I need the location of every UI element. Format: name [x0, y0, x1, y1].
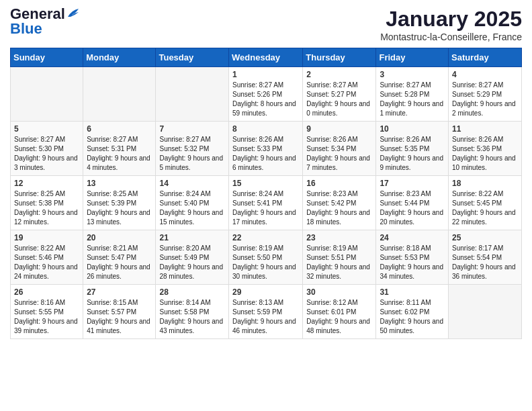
day-number: 5: [14, 124, 79, 134]
calendar-day-cell: 11Sunrise: 8:26 AMSunset: 5:36 PMDayligh…: [449, 122, 522, 176]
day-info: Sunrise: 8:27 AMSunset: 5:31 PMDaylight:…: [87, 135, 152, 173]
day-info: Sunrise: 8:27 AMSunset: 5:27 PMDaylight:…: [306, 81, 372, 118]
day-number: 9: [306, 124, 372, 134]
day-number: 14: [159, 179, 225, 188]
calendar-day-cell: 5Sunrise: 8:27 AMSunset: 5:30 PMDaylight…: [11, 122, 83, 176]
day-number: 27: [87, 287, 152, 297]
logo-blue-text: Blue: [10, 21, 42, 36]
calendar-day-cell: 19Sunrise: 8:22 AMSunset: 5:46 PMDayligh…: [11, 230, 83, 285]
day-info: Sunrise: 8:27 AMSunset: 5:32 PMDaylight:…: [159, 135, 225, 173]
day-info: Sunrise: 8:15 AMSunset: 5:57 PMDaylight:…: [87, 298, 152, 336]
day-info: Sunrise: 8:19 AMSunset: 5:50 PMDaylight:…: [232, 244, 299, 281]
calendar-day-cell: [449, 285, 522, 339]
title-block: January 2025 Montastruc-la-Conseillere, …: [380, 7, 522, 42]
day-info: Sunrise: 8:25 AMSunset: 5:38 PMDaylight:…: [14, 189, 79, 227]
calendar-week-row: 12Sunrise: 8:25 AMSunset: 5:38 PMDayligh…: [11, 176, 522, 230]
calendar-day-cell: [11, 67, 83, 122]
day-number: 11: [452, 124, 518, 134]
day-info: Sunrise: 8:27 AMSunset: 5:29 PMDaylight:…: [452, 81, 518, 118]
calendar-header-row: SundayMondayTuesdayWednesdayThursdayFrid…: [11, 48, 522, 67]
calendar-day-cell: 18Sunrise: 8:22 AMSunset: 5:45 PMDayligh…: [449, 176, 522, 230]
day-number: 21: [159, 233, 225, 242]
logo-bird-icon: [66, 7, 81, 19]
calendar-day-cell: 4Sunrise: 8:27 AMSunset: 5:29 PMDaylight…: [449, 67, 522, 122]
day-number: 24: [380, 233, 445, 242]
weekday-header-friday: Friday: [376, 48, 449, 67]
weekday-header-thursday: Thursday: [303, 48, 376, 67]
calendar-day-cell: 22Sunrise: 8:19 AMSunset: 5:50 PMDayligh…: [229, 230, 303, 285]
day-info: Sunrise: 8:11 AMSunset: 6:02 PMDaylight:…: [380, 298, 445, 336]
day-number: 12: [14, 179, 79, 188]
calendar-day-cell: 21Sunrise: 8:20 AMSunset: 5:49 PMDayligh…: [156, 230, 229, 285]
calendar-day-cell: 6Sunrise: 8:27 AMSunset: 5:31 PMDaylight…: [83, 122, 156, 176]
day-info: Sunrise: 8:23 AMSunset: 5:44 PMDaylight:…: [380, 189, 445, 227]
logo-general-text: General: [10, 7, 65, 21]
day-number: 17: [380, 179, 445, 188]
day-info: Sunrise: 8:19 AMSunset: 5:51 PMDaylight:…: [306, 244, 372, 281]
calendar-day-cell: 25Sunrise: 8:17 AMSunset: 5:54 PMDayligh…: [449, 230, 522, 285]
day-number: 23: [306, 233, 372, 242]
day-number: 26: [14, 287, 79, 297]
weekday-header-sunday: Sunday: [11, 48, 83, 67]
calendar-day-cell: 24Sunrise: 8:18 AMSunset: 5:53 PMDayligh…: [376, 230, 449, 285]
calendar-day-cell: 12Sunrise: 8:25 AMSunset: 5:38 PMDayligh…: [11, 176, 83, 230]
day-info: Sunrise: 8:23 AMSunset: 5:42 PMDaylight:…: [306, 189, 372, 227]
calendar-day-cell: 7Sunrise: 8:27 AMSunset: 5:32 PMDaylight…: [156, 122, 229, 176]
day-number: 4: [452, 70, 518, 79]
day-info: Sunrise: 8:26 AMSunset: 5:35 PMDaylight:…: [380, 135, 445, 173]
day-info: Sunrise: 8:27 AMSunset: 5:28 PMDaylight:…: [380, 81, 445, 118]
day-info: Sunrise: 8:25 AMSunset: 5:39 PMDaylight:…: [87, 189, 152, 227]
day-info: Sunrise: 8:26 AMSunset: 5:33 PMDaylight:…: [232, 135, 299, 173]
calendar-day-cell: 9Sunrise: 8:26 AMSunset: 5:34 PMDaylight…: [303, 122, 376, 176]
day-info: Sunrise: 8:14 AMSunset: 5:58 PMDaylight:…: [159, 298, 225, 336]
weekday-header-tuesday: Tuesday: [156, 48, 229, 67]
calendar-day-cell: 27Sunrise: 8:15 AMSunset: 5:57 PMDayligh…: [83, 285, 156, 339]
day-number: 22: [232, 233, 299, 242]
location: Montastruc-la-Conseillere, France: [380, 32, 522, 42]
day-number: 31: [380, 287, 445, 297]
calendar-week-row: 19Sunrise: 8:22 AMSunset: 5:46 PMDayligh…: [11, 230, 522, 285]
month-title: January 2025: [380, 7, 522, 32]
day-info: Sunrise: 8:13 AMSunset: 5:59 PMDaylight:…: [232, 298, 299, 336]
day-info: Sunrise: 8:21 AMSunset: 5:47 PMDaylight:…: [87, 244, 152, 281]
calendar-day-cell: 23Sunrise: 8:19 AMSunset: 5:51 PMDayligh…: [303, 230, 376, 285]
day-number: 18: [452, 179, 518, 188]
day-number: 16: [306, 179, 372, 188]
day-info: Sunrise: 8:20 AMSunset: 5:49 PMDaylight:…: [159, 244, 225, 281]
day-info: Sunrise: 8:22 AMSunset: 5:46 PMDaylight:…: [14, 244, 79, 281]
day-number: 10: [380, 124, 445, 134]
calendar-day-cell: 3Sunrise: 8:27 AMSunset: 5:28 PMDaylight…: [376, 67, 449, 122]
calendar-day-cell: 26Sunrise: 8:16 AMSunset: 5:55 PMDayligh…: [11, 285, 83, 339]
calendar-day-cell: 16Sunrise: 8:23 AMSunset: 5:42 PMDayligh…: [303, 176, 376, 230]
weekday-header-wednesday: Wednesday: [229, 48, 303, 67]
calendar-week-row: 26Sunrise: 8:16 AMSunset: 5:55 PMDayligh…: [11, 285, 522, 339]
day-number: 1: [232, 70, 299, 79]
calendar-day-cell: 14Sunrise: 8:24 AMSunset: 5:40 PMDayligh…: [156, 176, 229, 230]
calendar-day-cell: 31Sunrise: 8:11 AMSunset: 6:02 PMDayligh…: [376, 285, 449, 339]
calendar-day-cell: 10Sunrise: 8:26 AMSunset: 5:35 PMDayligh…: [376, 122, 449, 176]
calendar-week-row: 5Sunrise: 8:27 AMSunset: 5:30 PMDaylight…: [11, 122, 522, 176]
day-number: 15: [232, 179, 299, 188]
day-number: 25: [452, 233, 518, 242]
day-number: 3: [380, 70, 445, 79]
calendar-day-cell: 15Sunrise: 8:24 AMSunset: 5:41 PMDayligh…: [229, 176, 303, 230]
calendar-day-cell: 2Sunrise: 8:27 AMSunset: 5:27 PMDaylight…: [303, 67, 376, 122]
calendar-table: SundayMondayTuesdayWednesdayThursdayFrid…: [10, 48, 522, 339]
logo: General Blue: [10, 7, 81, 36]
calendar-day-cell: 17Sunrise: 8:23 AMSunset: 5:44 PMDayligh…: [376, 176, 449, 230]
day-number: 19: [14, 233, 79, 242]
calendar-day-cell: 13Sunrise: 8:25 AMSunset: 5:39 PMDayligh…: [83, 176, 156, 230]
calendar-day-cell: 20Sunrise: 8:21 AMSunset: 5:47 PMDayligh…: [83, 230, 156, 285]
day-info: Sunrise: 8:12 AMSunset: 6:01 PMDaylight:…: [306, 298, 372, 336]
day-info: Sunrise: 8:18 AMSunset: 5:53 PMDaylight:…: [380, 244, 445, 281]
day-number: 30: [306, 287, 372, 297]
day-info: Sunrise: 8:27 AMSunset: 5:30 PMDaylight:…: [14, 135, 79, 173]
calendar-day-cell: 8Sunrise: 8:26 AMSunset: 5:33 PMDaylight…: [229, 122, 303, 176]
day-number: 8: [232, 124, 299, 134]
day-number: 7: [159, 124, 225, 134]
day-number: 28: [159, 287, 225, 297]
calendar-day-cell: 1Sunrise: 8:27 AMSunset: 5:26 PMDaylight…: [229, 67, 303, 122]
day-info: Sunrise: 8:26 AMSunset: 5:36 PMDaylight:…: [452, 135, 518, 173]
page-header: General Blue January 2025 Montastruc-la-…: [10, 7, 522, 42]
day-info: Sunrise: 8:24 AMSunset: 5:40 PMDaylight:…: [159, 189, 225, 227]
